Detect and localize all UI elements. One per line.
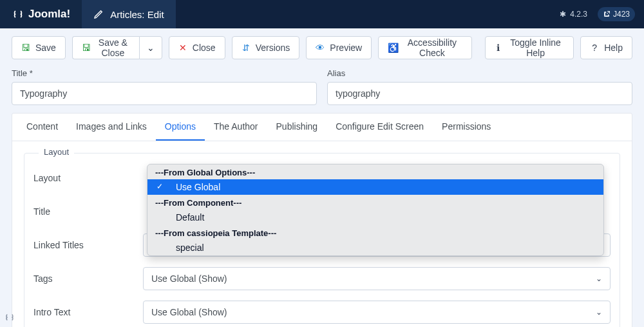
preview-button[interactable]: 👁 Preview xyxy=(306,36,372,59)
save-close-icon: 🖫 xyxy=(82,43,91,53)
optgroup-global: ---From Global Options--- xyxy=(147,164,603,179)
optgroup-template: ---From cassiopeia Template--- xyxy=(147,225,603,240)
tabs: Content Images and Links Options The Aut… xyxy=(12,114,632,141)
version-badge[interactable]: J423 xyxy=(598,7,635,21)
tab-options[interactable]: Options xyxy=(156,114,205,141)
versions-button[interactable]: ⇵ Versions xyxy=(232,36,300,59)
label-intro-text: Intro Text xyxy=(33,307,143,317)
chevron-down-icon: ⌄ xyxy=(596,274,602,283)
save-close-label: Save & Close xyxy=(96,37,130,58)
row-intro-text: Intro Text Use Global (Show) ⌄ xyxy=(33,295,611,327)
option-use-global[interactable]: Use Global xyxy=(147,179,603,195)
preview-label: Preview xyxy=(330,43,362,53)
select-tags[interactable]: Use Global (Show) ⌄ xyxy=(143,267,611,290)
versions-label: Versions xyxy=(256,43,290,53)
save-close-dropdown-button[interactable]: ⌄ xyxy=(139,36,162,59)
close-button[interactable]: ✕ Close xyxy=(169,36,225,59)
joomla-corner-icon xyxy=(4,312,15,323)
label-tags: Tags xyxy=(33,273,143,284)
title-label: Title * xyxy=(12,68,317,78)
brand-name: Joomla! xyxy=(28,8,70,21)
row-tags: Tags Use Global (Show) ⌄ xyxy=(33,262,611,295)
close-icon: ✕ xyxy=(178,43,187,53)
tab-author[interactable]: The Author xyxy=(205,114,267,141)
brand-bar: Joomla! Articles: Edit ✱ 4.2.3 J423 xyxy=(0,0,644,28)
title-field-col: Title * xyxy=(12,68,317,105)
versions-icon: ⇵ xyxy=(242,43,251,53)
select-tags-value: Use Global (Show) xyxy=(151,273,227,284)
tab-publishing[interactable]: Publishing xyxy=(267,114,327,141)
joomla-small-icon: ✱ xyxy=(560,10,566,19)
optgroup-component: ---From Component--- xyxy=(147,195,603,210)
label-title: Title xyxy=(33,206,143,217)
tab-images-links[interactable]: Images and Links xyxy=(67,114,156,141)
option-default[interactable]: Default xyxy=(147,210,603,225)
fieldset-legend: Layout xyxy=(39,147,74,157)
option-special[interactable]: special xyxy=(147,240,603,255)
save-button[interactable]: 🖫 Save xyxy=(12,36,66,59)
alias-input[interactable] xyxy=(327,82,632,105)
accessibility-button[interactable]: ♿ Accessibility Check xyxy=(378,36,472,59)
label-layout: Layout xyxy=(33,173,143,183)
help-icon: ? xyxy=(590,43,599,53)
page-title-bar: Articles: Edit xyxy=(82,0,175,28)
version-badge-text: J423 xyxy=(613,10,630,19)
joomla-icon xyxy=(12,8,24,21)
toggle-help-label: Toggle Inline Help xyxy=(507,37,564,58)
save-close-group: 🖫 Save & Close ⌄ xyxy=(72,36,162,59)
save-label: Save xyxy=(35,43,56,53)
chevron-down-icon: ⌄ xyxy=(146,43,155,53)
layout-dropdown[interactable]: ---From Global Options--- Use Global ---… xyxy=(147,164,604,256)
toolbar: 🖫 Save 🖫 Save & Close ⌄ ✕ Close ⇵ Versio… xyxy=(0,28,644,67)
pencil-icon xyxy=(93,9,104,19)
brand-logo[interactable]: Joomla! xyxy=(0,0,82,28)
accessibility-icon: ♿ xyxy=(388,43,397,53)
select-intro-text-value: Use Global (Show) xyxy=(151,307,227,317)
toggle-inline-help-button[interactable]: ℹ Toggle Inline Help xyxy=(485,36,574,59)
help-button[interactable]: ? Help xyxy=(580,36,632,59)
brand-right: ✱ 4.2.3 J423 xyxy=(560,7,644,21)
alias-label: Alias xyxy=(327,68,632,78)
eye-icon: 👁 xyxy=(316,43,325,53)
help-label: Help xyxy=(604,43,623,53)
title-input[interactable] xyxy=(12,82,317,105)
tab-permissions[interactable]: Permissions xyxy=(433,114,500,141)
title-alias-row: Title * Alias xyxy=(0,67,644,113)
select-intro-text[interactable]: Use Global (Show) ⌄ xyxy=(143,301,611,324)
page-title: Articles: Edit xyxy=(110,9,164,20)
tab-content[interactable]: Content xyxy=(17,114,67,141)
external-link-icon xyxy=(603,10,611,18)
info-icon: ℹ xyxy=(495,43,502,53)
tab-configure[interactable]: Configure Edit Screen xyxy=(327,114,433,141)
alias-field-col: Alias xyxy=(327,68,632,105)
save-close-button[interactable]: 🖫 Save & Close xyxy=(72,36,139,59)
close-label: Close xyxy=(193,43,216,53)
save-icon: 🖫 xyxy=(21,43,30,53)
chevron-down-icon: ⌄ xyxy=(596,308,602,317)
version-text: 4.2.3 xyxy=(570,10,587,19)
accessibility-label: Accessibility Check xyxy=(402,37,462,58)
label-linked-titles: Linked Titles xyxy=(33,240,143,250)
